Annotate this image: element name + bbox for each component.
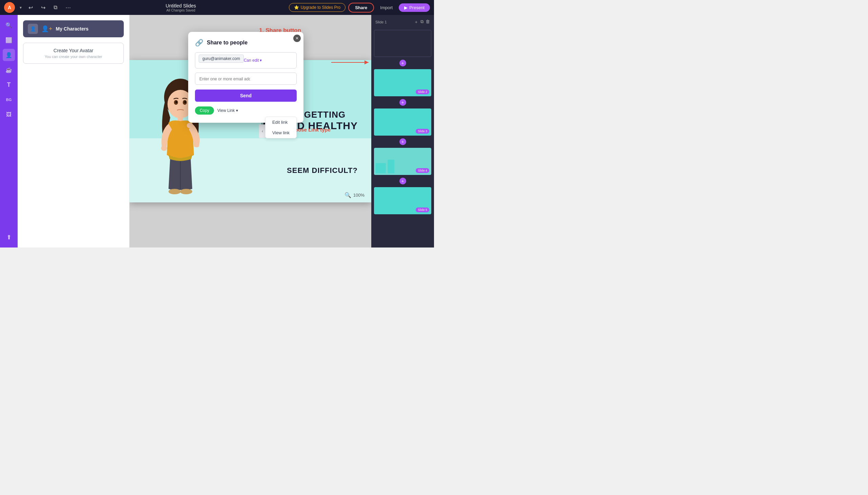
email-input-container[interactable]: guru@animaker.com Can edit ▾ xyxy=(195,52,297,68)
view-link-button[interactable]: View Link ▾ xyxy=(217,108,238,113)
svg-point-4 xyxy=(176,101,177,103)
my-characters-label: My Characters xyxy=(56,26,89,32)
create-avatar-button[interactable]: Create Your Avatar You can create your o… xyxy=(23,43,124,64)
sidebar-item-shapes[interactable]: ⬜ xyxy=(3,34,15,46)
topbar-right: ⭐ Upgrade to Slides Pro Share Import ▶ P… xyxy=(289,3,430,13)
slide-2-label: Slide 2 xyxy=(416,89,429,94)
upgrade-button[interactable]: ⭐ Upgrade to Slides Pro xyxy=(289,3,345,12)
title-area: Untitled Slides All Changes Saved xyxy=(77,3,285,12)
more-button[interactable]: ⋯ xyxy=(63,3,73,12)
share-panel-title: Share to people xyxy=(207,40,248,46)
slide-4-container: Slide 4 xyxy=(374,148,431,175)
star-icon: ⭐ xyxy=(294,5,299,10)
import-button[interactable]: Import xyxy=(377,3,396,12)
share-button[interactable]: Share xyxy=(348,3,374,13)
email-address-input[interactable] xyxy=(199,76,250,81)
slide-line-3: SEEM DIFFICULT? xyxy=(287,166,358,175)
duplicate-slide-icon[interactable]: ⧉ xyxy=(421,19,424,25)
present-button[interactable]: ▶ Present xyxy=(399,3,430,12)
copy-button[interactable]: Copy xyxy=(195,106,214,115)
topbar: A ▼ ↩ ↪ ⧉ ⋯ Untitled Slides All Changes … xyxy=(0,0,434,15)
add-slide-4-button[interactable]: + xyxy=(399,178,406,185)
characters-panel: 👤 👤+ My Characters Create Your Avatar Yo… xyxy=(18,15,130,248)
sidebar-item-search[interactable]: 🔍 xyxy=(3,19,15,31)
slide-5-label: Slide 5 xyxy=(416,207,429,212)
svg-point-5 xyxy=(185,101,186,103)
canvas-area: ▲ ▼ ‹ DOES GETTING FIT AND HEALTHY SEEM … xyxy=(130,15,371,248)
sidebar-item-upload[interactable]: ⬆ xyxy=(3,231,15,243)
create-avatar-title: Create Your Avatar xyxy=(28,48,119,53)
redo-button[interactable]: ↪ xyxy=(39,3,48,12)
svg-point-9 xyxy=(169,189,181,194)
slide-1-container xyxy=(374,30,431,57)
chevron-down-icon: ▾ xyxy=(260,58,262,63)
play-icon: ▶ xyxy=(404,5,408,10)
add-slide-3-button[interactable]: + xyxy=(399,138,406,145)
view-link-dropdown: Edit link View link xyxy=(265,117,297,138)
add-character-icon: 👤+ xyxy=(41,25,53,33)
main-layout: 🔍 ⬜ 👤 ☕ T BG 🖼 ⬆ 👤 👤+ My Characters Crea… xyxy=(0,15,434,248)
slide-3-container: Slide 3 xyxy=(374,108,431,136)
slides-panel-header: Slide 1 ＋ ⧉ 🗑 xyxy=(374,18,431,27)
can-edit-button[interactable]: Can edit ▾ xyxy=(244,58,262,63)
add-slide-icon[interactable]: ＋ xyxy=(414,19,419,25)
add-slide-1-button[interactable]: + xyxy=(399,60,406,66)
send-button[interactable]: Send xyxy=(195,89,297,102)
slide-1-label: Slide 1 xyxy=(375,20,387,24)
slide-4-label: Slide 4 xyxy=(416,168,429,173)
svg-point-7 xyxy=(187,123,193,128)
share-icon: 🔗 xyxy=(195,39,203,47)
email-tag[interactable]: guru@animaker.com xyxy=(199,55,244,63)
icon-sidebar: 🔍 ⬜ 👤 ☕ T BG 🖼 ⬆ xyxy=(0,15,18,248)
my-characters-button[interactable]: 👤 👤+ My Characters xyxy=(23,20,124,37)
document-title[interactable]: Untitled Slides xyxy=(77,3,285,8)
email-tag-row: guru@animaker.com xyxy=(199,55,244,63)
add-slide-2-button[interactable]: + xyxy=(399,99,406,106)
close-share-button[interactable]: ✕ xyxy=(293,35,301,42)
slide-3-label: Slide 3 xyxy=(416,129,429,134)
logo-dropdown-icon[interactable]: ▼ xyxy=(19,6,22,10)
share-panel: ✕ 🔗 Share to people guru@animaker.com Ca… xyxy=(188,32,304,123)
zoom-indicator[interactable]: 🔍 100% xyxy=(344,192,364,198)
zoom-icon: 🔍 xyxy=(344,192,351,198)
sidebar-item-props[interactable]: ☕ xyxy=(3,64,15,76)
create-avatar-subtitle: You can create your own character xyxy=(28,55,119,59)
app-logo[interactable]: A xyxy=(4,2,15,13)
undo-button[interactable]: ↩ xyxy=(27,3,35,12)
save-status: All Changes Saved xyxy=(77,8,285,12)
slide-2-container: Slide 2 xyxy=(374,69,431,96)
slide-1-thumbnail[interactable] xyxy=(374,30,431,57)
characters-icon: 👤 xyxy=(28,24,38,34)
chevron-down-icon: ▾ xyxy=(236,108,238,113)
share-panel-header: 🔗 Share to people xyxy=(195,39,297,47)
slides-panel: Slide 1 ＋ ⧉ 🗑 + Slide 2 + Slide 3 + xyxy=(371,15,434,248)
sidebar-item-text[interactable]: T xyxy=(3,79,15,91)
sidebar-item-characters[interactable]: 👤 xyxy=(3,49,15,61)
zoom-level: 100% xyxy=(353,192,364,198)
view-link-option[interactable]: View link xyxy=(266,127,296,138)
svg-point-10 xyxy=(180,189,192,194)
slide-5-container: Slide 5 xyxy=(374,187,431,214)
slide-actions: ＋ ⧉ 🗑 xyxy=(414,19,430,25)
sidebar-item-images[interactable]: 🖼 xyxy=(3,108,15,121)
copy-button[interactable]: ⧉ xyxy=(52,3,59,12)
copy-link-row: Copy View Link ▾ xyxy=(195,106,297,115)
edit-link-option[interactable]: Edit link xyxy=(266,117,296,127)
sidebar-item-bg[interactable]: BG xyxy=(3,93,15,106)
email-address-input-container[interactable] xyxy=(195,72,297,85)
delete-slide-icon[interactable]: 🗑 xyxy=(426,19,430,25)
svg-point-8 xyxy=(161,146,167,151)
